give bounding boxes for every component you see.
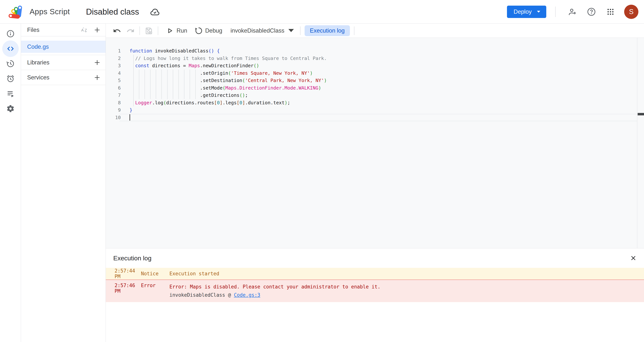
- files-panel-header: Files A Z: [21, 24, 106, 36]
- line-text: .setOrigin('Times Square, New York, NY'): [121, 70, 313, 76]
- rail-item-project-settings[interactable]: [0, 101, 21, 116]
- avatar-letter: S: [629, 8, 634, 16]
- project-saved-cloud-icon: [150, 8, 160, 16]
- google-apps-grid-button[interactable]: [606, 7, 616, 17]
- header-right: Deploy: [507, 5, 644, 19]
- toolbar-divider: [158, 27, 158, 35]
- info-icon: [6, 30, 15, 38]
- rail-item-editor[interactable]: [0, 41, 21, 56]
- help-icon: [587, 7, 596, 17]
- share-project-button[interactable]: [567, 7, 577, 17]
- file-row[interactable]: Code.gs: [21, 41, 106, 53]
- svg-text:A: A: [81, 28, 84, 32]
- toolbar-divider: [140, 27, 140, 35]
- line-text: .setMode(Maps.DirectionFinder.Mode.WALKI…: [121, 85, 321, 91]
- account-avatar[interactable]: S: [624, 5, 638, 19]
- code-line[interactable]: 8 Logger.log(directions.routes[0].legs[0…: [106, 99, 644, 107]
- execution-log-panel: Execution log 2:57:44 PMNoticeExecution …: [106, 248, 644, 342]
- plus-icon: [94, 27, 101, 34]
- editor-toolbar: Run Debug invokeDisabledClass Execution …: [106, 24, 644, 38]
- function-selector-dropdown[interactable]: invokeDisabledClass: [228, 25, 298, 36]
- log-message: Execution started: [170, 269, 644, 278]
- redo-button[interactable]: [124, 25, 137, 36]
- execution-log-header: Execution log: [106, 248, 644, 268]
- rail-item-project-history[interactable]: [0, 56, 21, 71]
- function-dropdown-caret-icon: [287, 27, 295, 35]
- files-panel-title: Files: [27, 27, 76, 33]
- code-line[interactable]: 2 // Logs how long it takes to walk from…: [106, 55, 644, 62]
- add-service-button[interactable]: [94, 74, 101, 81]
- plus-icon: [94, 74, 101, 81]
- code-line[interactable]: 6 .setMode(Maps.DirectionFinder.Mode.WAL…: [106, 84, 644, 92]
- execution-log-title: Execution log: [113, 254, 152, 262]
- history-icon: [6, 59, 15, 68]
- code-line[interactable]: 1function invokeDisabledClass() {: [106, 47, 644, 55]
- close-icon: [630, 255, 636, 261]
- undo-icon: [113, 27, 121, 35]
- line-number: 6: [106, 85, 121, 91]
- line-text: .setDestination('Central Park, New York,…: [121, 78, 327, 83]
- undo-button[interactable]: [110, 25, 124, 36]
- project-title[interactable]: Disabled class: [86, 7, 139, 17]
- run-label: Run: [176, 27, 187, 34]
- alarm-clock-icon: [6, 74, 15, 83]
- libraries-section[interactable]: Libraries: [21, 55, 106, 70]
- add-file-button[interactable]: [94, 27, 101, 34]
- code-line[interactable]: 4 .setOrigin('Times Square, New York, NY…: [106, 70, 644, 77]
- rail-active-highlight: [2, 41, 19, 57]
- deploy-button[interactable]: Deploy: [507, 6, 546, 18]
- line-text: // Logs how long it takes to walk from T…: [121, 56, 327, 61]
- line-number: 9: [106, 107, 121, 113]
- rail-item-executions[interactable]: [0, 86, 21, 101]
- executions-list-icon: [6, 89, 15, 98]
- stack-file-link[interactable]: Code.gs:3: [234, 292, 260, 298]
- toolbar-divider: [300, 27, 300, 35]
- deploy-dropdown-caret-icon: [536, 10, 541, 14]
- sort-az-icon: A Z: [80, 26, 89, 34]
- code-line[interactable]: 7 .getDirections();: [106, 92, 644, 99]
- close-execution-log-button[interactable]: [630, 255, 636, 261]
- deploy-label: Deploy: [514, 9, 532, 15]
- code-editor[interactable]: 1function invokeDisabledClass() {2 // Lo…: [106, 38, 644, 248]
- add-library-button[interactable]: [94, 59, 101, 66]
- line-text: }: [121, 107, 132, 113]
- rail-item-overview[interactable]: [0, 26, 21, 41]
- header-left: Apps Script Disabled class: [0, 4, 160, 20]
- line-text: .getDirections();: [121, 93, 248, 98]
- sort-files-button[interactable]: A Z: [80, 26, 89, 34]
- line-text: Logger.log(directions.routes[0].legs[0].…: [121, 100, 290, 105]
- log-entry: 2:57:44 PMNoticeExecution started: [106, 268, 644, 279]
- function-selector-value: invokeDisabledClass: [230, 27, 284, 34]
- line-text: const directions = Maps.newDirectionFind…: [121, 63, 259, 68]
- app-name: Apps Script: [30, 7, 70, 16]
- line-number: 8: [106, 100, 121, 105]
- text-cursor: [130, 114, 130, 121]
- run-play-icon: [166, 27, 174, 35]
- line-number: 5: [106, 78, 121, 83]
- run-button[interactable]: Run: [163, 25, 190, 36]
- save-button[interactable]: [142, 25, 156, 36]
- code-lines: 1function invokeDisabledClass() {2 // Lo…: [106, 38, 644, 121]
- file-name: Code.gs: [27, 44, 49, 50]
- code-line[interactable]: 9}: [106, 106, 644, 114]
- services-section[interactable]: Services: [21, 70, 106, 85]
- execution-log-toggle-button[interactable]: Execution log: [304, 25, 350, 36]
- line-text: [121, 114, 130, 121]
- code-icon: [6, 44, 15, 53]
- line-text: function invokeDisabledClass() {: [121, 48, 220, 54]
- debug-icon: [194, 27, 202, 35]
- libraries-label: Libraries: [27, 59, 89, 66]
- log-stack: invokeDisabledClass @ Code.gs:3: [170, 292, 260, 298]
- toolbar-divider: [354, 27, 354, 35]
- code-line[interactable]: 10: [106, 114, 644, 121]
- services-label: Services: [27, 74, 89, 81]
- code-line[interactable]: 5 .setDestination('Central Park, New Yor…: [106, 77, 644, 84]
- save-icon: [145, 27, 153, 35]
- code-line[interactable]: 3 const directions = Maps.newDirectionFi…: [106, 62, 644, 70]
- debug-button[interactable]: Debug: [192, 25, 225, 36]
- help-button[interactable]: [586, 7, 596, 17]
- rail-item-triggers[interactable]: [0, 71, 21, 86]
- svg-text:Z: Z: [84, 28, 87, 32]
- log-entry: 2:57:46 PMErrorError: Maps is disabled. …: [106, 279, 644, 302]
- body: Files A Z Code.gs Libraries Services: [0, 24, 644, 342]
